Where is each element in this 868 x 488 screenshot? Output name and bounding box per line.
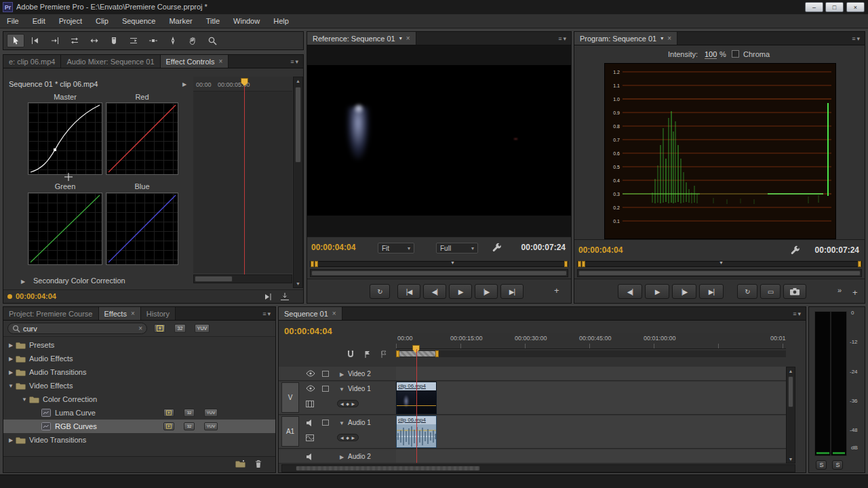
zoom-tool[interactable] [203,34,221,47]
new-bin-button[interactable] [235,460,246,468]
scroll-up-icon[interactable]: ▲ [787,369,795,373]
settings-wrench-icon[interactable] [790,245,800,256]
sync-lock-icon[interactable] [322,386,329,392]
blue-curve-editor[interactable] [106,192,178,265]
ecp-scrollbar[interactable]: ▲ ▼ [293,77,303,288]
play-button[interactable]: ▶ [449,284,472,299]
scroll-down-icon[interactable]: ▼ [787,457,795,462]
tab-project[interactable]: Project: Premiere Course [3,307,99,320]
audio1-target-badge[interactable]: A1 [281,416,299,447]
panel-menu-button[interactable]: ≡▾ [788,307,806,320]
menu-project[interactable]: Project [52,14,89,28]
close-icon[interactable]: × [131,310,135,317]
tab-effect-controls[interactable]: Effect Controls× [161,55,229,68]
hand-tool[interactable] [184,34,201,47]
goto-out-button[interactable]: ▶| [500,284,524,299]
master-curve-editor[interactable] [28,102,102,175]
timeline-vscrollbar-thumb[interactable] [788,376,793,407]
menu-edit[interactable]: Edit [26,14,52,28]
effects-search-box[interactable]: × [7,323,147,334]
timeline-workarea-bar[interactable] [396,350,786,357]
twisty-icon[interactable]: ▶ [337,454,347,460]
goto-next-edit-button[interactable]: ▶| [699,284,724,299]
red-curve-editor[interactable] [106,102,178,175]
32bit-filter-button[interactable]: 32 [174,324,186,333]
loop-button[interactable]: ↻ [370,284,390,299]
twisty-icon[interactable]: ▼ [337,420,347,426]
audio1-track-header[interactable]: A1 ▼ Audio 1 ◀ ◆ ▶ [279,415,396,449]
yuv-filter-button[interactable]: YUV [195,324,210,333]
trash-icon[interactable] [254,460,262,468]
menu-clip[interactable]: Clip [89,14,115,28]
snap-magnet-icon[interactable] [347,350,355,359]
selection-tool[interactable] [7,34,24,47]
ecp-mini-scrollbar[interactable] [193,274,292,283]
panel-menu-button[interactable]: ≡▾ [285,55,303,68]
tab-audio-mixer[interactable]: Audio Mixer: Sequence 01 [61,55,160,68]
clear-search-icon[interactable]: × [138,325,142,332]
tree-item-video-effects[interactable]: ▼ Video Effects [3,379,275,392]
playback-quality-dropdown[interactable]: Full▾ [436,243,478,253]
tab-effects[interactable]: Effects× [99,307,141,320]
audio2-track-header[interactable]: ▶ Audio 2 [279,449,396,464]
search-input[interactable] [23,325,136,333]
chevron-down-icon[interactable]: ▾ [399,35,402,41]
close-icon[interactable]: × [218,58,222,65]
speaker-icon[interactable] [306,453,314,461]
set-display-style-icon[interactable] [306,434,314,441]
slide-tool[interactable] [144,34,162,47]
add-button[interactable]: + [852,287,858,298]
menu-title[interactable]: Title [199,14,226,28]
intensity-value[interactable]: 100 [705,50,717,59]
ecp-timecode[interactable]: 00:00:04:04 [16,292,56,300]
close-icon[interactable]: × [406,35,410,42]
zoom-level-dropdown[interactable]: Fit▾ [378,243,414,253]
safe-margins-button[interactable]: ▭ [760,284,781,299]
tab-history[interactable]: History [141,307,176,320]
reference-workarea-bar[interactable]: ▼ [310,261,568,267]
razor-tool[interactable] [105,34,123,47]
menu-help[interactable]: Help [267,14,296,28]
step-forward-button[interactable]: |▶ [672,284,696,299]
panel-menu-button[interactable]: ≡▾ [847,32,865,45]
loop-button[interactable]: ↻ [737,284,757,299]
timeline-hscrollbar[interactable] [281,464,795,472]
marker-icon[interactable]: ▼ [450,260,455,265]
toggle-track-output-eye-icon[interactable] [306,385,315,392]
tree-item-video-transitions[interactable]: ▶ Video Transitions [3,433,275,447]
tree-item-audio-transitions[interactable]: ▶ Audio Transitions [3,365,275,379]
step-back-button[interactable]: ◀| [618,284,642,299]
export-frame-button[interactable] [783,284,806,299]
secondary-cc-twisty-icon[interactable]: ▶ [18,279,28,285]
tree-item-rgb-curves[interactable]: RGB Curves 32 YUV [3,420,275,433]
accelerated-effects-filter-button[interactable] [154,324,165,333]
tree-item-presets[interactable]: ▶ Presets [3,338,275,352]
ripple-edit-tool[interactable] [46,34,64,47]
video2-track-lane[interactable] [396,367,786,381]
scroll-down-icon[interactable]: ▼ [294,281,302,286]
marker-icon[interactable]: ▼ [719,260,724,265]
speaker-icon[interactable] [306,419,314,427]
solo-left-button[interactable]: S [816,460,827,470]
keyframe-nav-control[interactable]: ◀ ◆ ▶ [337,434,359,441]
audio2-track-lane[interactable] [396,449,786,464]
timeline-ruler[interactable]: 00:00 00:00:15:00 00:00:30:00 00:00:45:0… [396,333,786,349]
chroma-checkbox[interactable] [732,50,739,58]
restore-button[interactable]: □ [825,2,844,12]
twisty-icon[interactable]: ▼ [20,396,29,403]
step-back-button[interactable]: ◀| [423,284,446,299]
program-scrollbar[interactable] [577,269,862,277]
timeline-hscrollbar-thumb[interactable] [296,466,480,471]
menu-window[interactable]: Window [226,14,267,28]
panel-menu-button[interactable]: ≡▾ [258,307,275,320]
step-forward-button[interactable]: |▶ [475,284,498,299]
sync-lock-icon[interactable] [322,420,329,426]
tree-item-audio-effects[interactable]: ▶ Audio Effects [3,352,275,365]
menu-marker[interactable]: Marker [162,14,199,28]
chevron-down-icon[interactable]: ▾ [660,35,663,41]
play-button[interactable]: ▶ [645,284,669,299]
scroll-up-icon[interactable]: ▲ [294,79,302,83]
video1-track-lane[interactable]: clip 06.mp4 [396,382,786,415]
close-icon[interactable]: × [332,310,336,317]
settings-wrench-icon[interactable] [492,243,502,253]
